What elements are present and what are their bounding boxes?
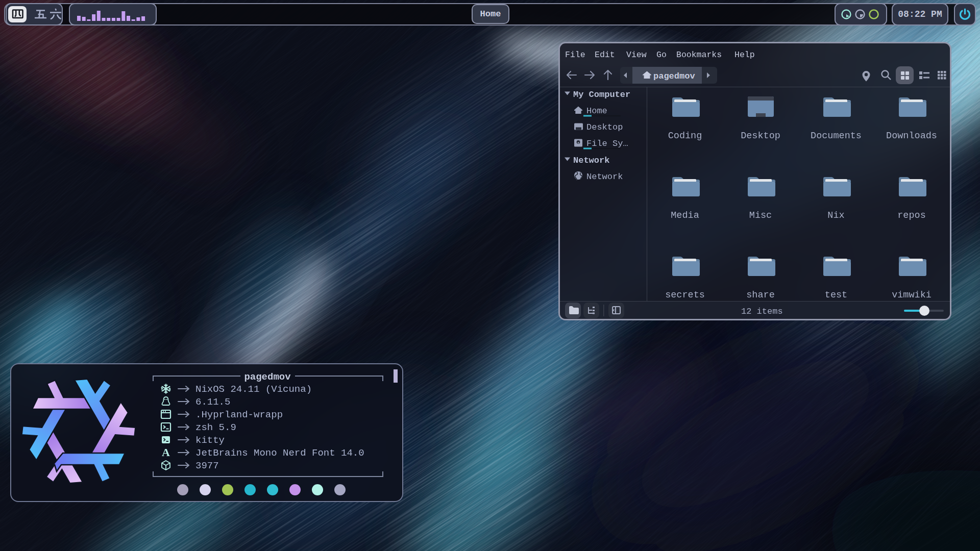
- svg-text:kitty: kitty: [195, 435, 225, 446]
- svg-text:6.11.5: 6.11.5: [195, 396, 230, 408]
- svg-text:3977: 3977: [195, 460, 219, 471]
- svg-text:pagedmov: pagedmov: [244, 371, 291, 383]
- svg-text:File Sy…: File Sy…: [586, 139, 628, 148]
- svg-text:12 items: 12 items: [741, 307, 783, 316]
- svg-text:My Computer: My Computer: [573, 90, 630, 99]
- svg-text:JetBrains Mono Nerd Font 14.0: JetBrains Mono Nerd Font 14.0: [195, 447, 364, 459]
- svg-text:Network: Network: [586, 172, 623, 182]
- svg-text:Network: Network: [573, 156, 609, 165]
- svg-text:Desktop: Desktop: [586, 122, 623, 132]
- svg-text:A: A: [162, 446, 170, 459]
- svg-text:pagedmov: pagedmov: [653, 71, 695, 81]
- svg-text:NixOS 24.11 (Vicuna): NixOS 24.11 (Vicuna): [195, 384, 312, 395]
- svg-text:Home: Home: [586, 106, 607, 116]
- svg-text:.Hyprland-wrapp: .Hyprland-wrapp: [195, 409, 283, 420]
- svg-text:zsh 5.9: zsh 5.9: [195, 422, 236, 433]
